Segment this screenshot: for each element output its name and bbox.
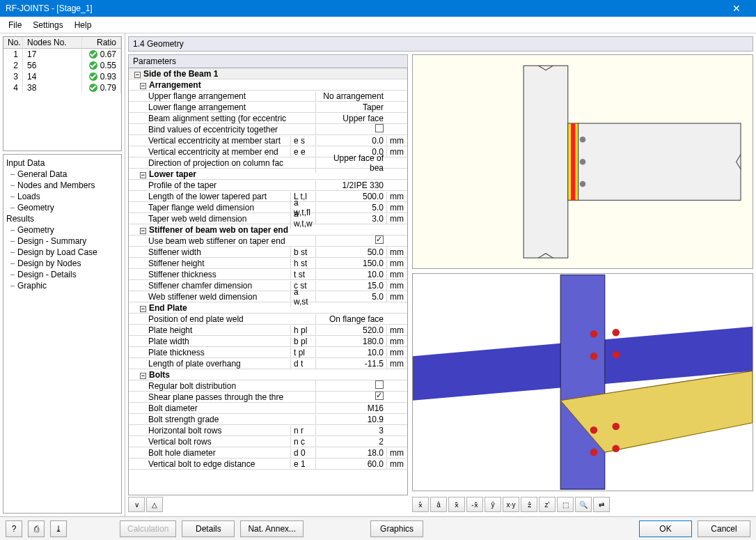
svg-point-10 — [590, 330, 598, 338]
view-tool[interactable]: ⇄ — [593, 497, 610, 512]
tree-design-lc[interactable]: Design by Load Case — [5, 247, 120, 258]
calculation-button[interactable]: Calculation — [120, 520, 176, 537]
menu-file[interactable]: File — [3, 19, 27, 31]
nat-annex-button[interactable]: Nat. Annex... — [240, 520, 304, 537]
close-icon[interactable]: ✕ — [723, 3, 750, 14]
help-icon[interactable]: ? — [6, 520, 22, 537]
param-row[interactable]: Bolt strength grade10.9 — [129, 414, 407, 425]
view-tool[interactable]: -x̄ — [466, 497, 483, 512]
param-row[interactable]: Upper flange arrangementNo arrangement — [129, 91, 407, 102]
details-button[interactable]: Details — [182, 520, 235, 537]
param-row[interactable]: Profile of the taper1/2IPE 330 — [129, 180, 407, 191]
checkbox-icon[interactable] — [375, 392, 384, 400]
param-row[interactable]: Bolt diameterM16 — [129, 403, 407, 414]
param-row[interactable]: Plate heighth pl520.0mm — [129, 325, 407, 336]
view-tool[interactable]: ŷ — [485, 497, 501, 512]
param-row[interactable]: Length of plate overhangd t-11.5mm — [129, 358, 407, 369]
param-row[interactable]: Taper web weld dimensiona w,t,w3.0mm — [129, 213, 407, 224]
ok-button[interactable]: OK — [639, 520, 692, 537]
param-row[interactable]: Use beam web stiffener on taper end — [129, 236, 407, 247]
ok-icon — [89, 72, 97, 81]
table-row[interactable]: 4380.79 — [3, 82, 121, 93]
svg-rect-0 — [523, 65, 568, 258]
view-tool[interactable]: ⬚ — [557, 497, 574, 512]
param-row[interactable]: Stiffener chamfer dimensionc st15.0mm — [129, 280, 407, 291]
param-row[interactable]: Vertical bolt to edge distancee 160.0mm — [129, 458, 407, 470]
svg-rect-2 — [571, 123, 575, 200]
param-row[interactable]: Shear plane passes through the thre — [129, 392, 407, 403]
tree-design-summary[interactable]: Design - Summary — [5, 236, 120, 247]
param-row[interactable]: Stiffener widthb st50.0mm — [129, 247, 407, 258]
menubar: File Settings Help — [0, 17, 756, 33]
checkbox-icon[interactable] — [375, 380, 384, 389]
svg-point-4 — [580, 137, 585, 142]
svg-point-17 — [612, 445, 620, 453]
param-row[interactable]: Lower flange arrangementTaper — [129, 102, 407, 113]
tree-input-data[interactable]: Input Data — [5, 157, 120, 169]
tree-geometry[interactable]: Geometry — [5, 202, 120, 213]
param-row[interactable]: Regular bolt distribution — [129, 380, 407, 392]
view-tool[interactable]: x̂ — [412, 497, 429, 512]
tree-general-data[interactable]: General Data — [5, 169, 120, 180]
param-row[interactable]: Stiffener heighth st150.0mm — [129, 258, 407, 269]
param-row[interactable]: Plate thicknesst pl10.0mm — [129, 347, 407, 358]
cancel-button[interactable]: Cancel — [698, 520, 750, 537]
table-row[interactable]: 1170.67 — [3, 49, 121, 60]
titlebar: RF-JOINTS - [Stage_1] ✕ — [0, 0, 756, 17]
param-row[interactable]: Web stiffener weld dimensiona w,st5.0mm — [129, 291, 407, 302]
graphics-button[interactable]: Graphics — [370, 520, 423, 537]
tree-results[interactable]: Results — [5, 213, 120, 224]
param-row[interactable]: Bind values of eccentricity together — [129, 124, 407, 135]
param-row[interactable]: Stiffener thicknesst st10.0mm — [129, 269, 407, 280]
param-row[interactable]: Beam alignment setting (for eccentricUpp… — [129, 113, 407, 124]
graphic-2d[interactable] — [412, 54, 753, 269]
svg-point-5 — [580, 159, 585, 164]
ok-icon — [89, 84, 97, 92]
param-row[interactable]: Horizontal bolt rowsn r3 — [129, 425, 407, 436]
params-header: Parameters — [128, 54, 408, 68]
view-tool[interactable]: z' — [539, 497, 556, 512]
view-tool[interactable]: x·y — [503, 497, 519, 512]
tree-design-details[interactable]: Design - Details — [5, 269, 120, 280]
svg-point-16 — [612, 423, 620, 431]
param-row[interactable]: Taper flange weld dimensiona w,t,fl5.0mm — [129, 202, 407, 213]
param-row[interactable]: Vertical bolt rowsn c2 — [129, 436, 407, 447]
param-tool[interactable]: ∨ — [128, 497, 145, 512]
svg-point-14 — [612, 329, 620, 337]
view-tool[interactable]: ẑ — [521, 497, 537, 512]
param-row[interactable]: Position of end plate weldOn flange face — [129, 314, 407, 325]
tree-design-nodes[interactable]: Design by Nodes — [5, 258, 120, 269]
col-no: No. — [3, 37, 23, 48]
param-row[interactable]: Vertical eccentricity at member starte s… — [129, 135, 407, 146]
param-tool[interactable]: △ — [146, 497, 163, 512]
tree-loads[interactable]: Loads — [5, 191, 120, 202]
view-toolbar: x̂âx̄-x̄ŷx·yẑz'⬚🔍⇄ — [412, 495, 753, 514]
param-toolbar: ∨△ — [128, 495, 408, 514]
param-row[interactable]: Bolt hole diameterd 018.0mm — [129, 447, 407, 458]
view-tool[interactable]: 🔍 — [575, 497, 592, 512]
menu-help[interactable]: Help — [69, 19, 97, 31]
checkbox-icon[interactable] — [375, 236, 384, 244]
nav-tree[interactable]: Input Data General Data Nodes and Member… — [3, 154, 122, 514]
table-row[interactable]: 3140.93 — [3, 71, 121, 82]
param-row[interactable]: Direction of projection on column facUpp… — [129, 157, 407, 169]
col-nodes: Nodes No. — [23, 37, 82, 48]
export-icon[interactable]: ⤓ — [50, 520, 67, 537]
param-row[interactable]: Length of the lower tapered partL t,l500… — [129, 191, 407, 202]
params-grid[interactable]: −Side of the Beam 1−ArrangementUpper fla… — [128, 68, 408, 495]
view-tool[interactable]: x̄ — [448, 497, 465, 512]
param-row[interactable]: Plate widthb pl180.0mm — [129, 336, 407, 347]
tree-graphic[interactable]: Graphic — [5, 280, 120, 291]
tree-r-geometry[interactable]: Geometry — [5, 224, 120, 236]
table-row[interactable]: 2560.55 — [3, 60, 121, 71]
print-icon[interactable]: ⎙ — [28, 520, 45, 537]
graphic-3d[interactable] — [412, 273, 753, 491]
tree-nodes-members[interactable]: Nodes and Members — [5, 180, 120, 191]
menu-settings[interactable]: Settings — [27, 19, 68, 31]
checkbox-icon[interactable] — [375, 124, 384, 132]
view-tool[interactable]: â — [430, 497, 447, 512]
bottom-bar: ? ⎙ ⤓ Calculation Details Nat. Annex... … — [0, 516, 756, 540]
svg-point-15 — [612, 351, 620, 359]
nodes-grid[interactable]: No. Nodes No. Ratio 1170.672560.553140.9… — [3, 36, 122, 151]
panel-title: 1.4 Geometry — [128, 36, 753, 52]
